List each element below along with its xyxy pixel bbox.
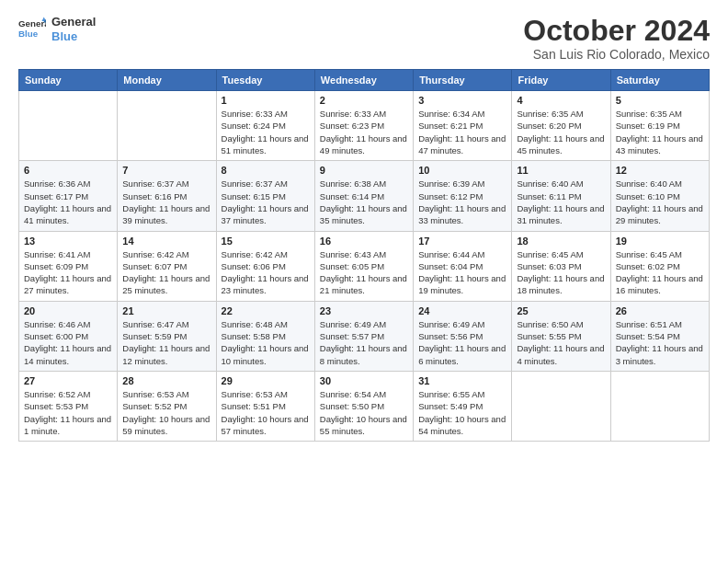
- day-info: Sunrise: 6:34 AM Sunset: 6:21 PM Dayligh…: [418, 108, 506, 156]
- day-info: Sunrise: 6:45 AM Sunset: 6:02 PM Dayligh…: [616, 248, 704, 297]
- day-info: Sunrise: 6:37 AM Sunset: 6:15 PM Dayligh…: [222, 178, 310, 226]
- day-info: Sunrise: 6:39 AM Sunset: 6:12 PM Dayligh…: [418, 178, 506, 226]
- day-info: Sunrise: 6:43 AM Sunset: 6:05 PM Dayligh…: [320, 248, 408, 297]
- day-info: Sunrise: 6:50 AM Sunset: 5:55 PM Dayligh…: [517, 318, 605, 367]
- day-number: 8: [222, 165, 310, 176]
- day-number: 9: [320, 165, 408, 176]
- weekday-thursday: Thursday: [414, 70, 512, 91]
- day-info: Sunrise: 6:54 AM Sunset: 5:50 PM Dayligh…: [320, 388, 408, 437]
- day-number: 19: [616, 236, 704, 247]
- day-cell-9: 9Sunrise: 6:38 AM Sunset: 6:14 PM Daylig…: [314, 161, 413, 231]
- empty-cell: [118, 91, 216, 161]
- day-info: Sunrise: 6:37 AM Sunset: 6:16 PM Dayligh…: [122, 178, 210, 226]
- day-number: 14: [122, 236, 210, 247]
- day-cell-4: 4Sunrise: 6:35 AM Sunset: 6:20 PM Daylig…: [512, 91, 610, 161]
- day-info: Sunrise: 6:38 AM Sunset: 6:14 PM Dayligh…: [320, 178, 408, 226]
- day-cell-16: 16Sunrise: 6:43 AM Sunset: 6:05 PM Dayli…: [314, 231, 413, 301]
- day-number: 27: [24, 375, 112, 386]
- day-info: Sunrise: 6:49 AM Sunset: 5:56 PM Dayligh…: [418, 318, 506, 367]
- day-cell-5: 5Sunrise: 6:35 AM Sunset: 6:19 PM Daylig…: [610, 91, 709, 161]
- weekday-sunday: Sunday: [19, 70, 118, 91]
- day-cell-2: 2Sunrise: 6:33 AM Sunset: 6:23 PM Daylig…: [314, 91, 413, 161]
- calendar-table: SundayMondayTuesdayWednesdayThursdayFrid…: [18, 69, 710, 442]
- day-cell-10: 10Sunrise: 6:39 AM Sunset: 6:12 PM Dayli…: [414, 161, 512, 231]
- day-number: 16: [320, 236, 408, 247]
- day-cell-12: 12Sunrise: 6:40 AM Sunset: 6:10 PM Dayli…: [610, 161, 709, 231]
- day-cell-20: 20Sunrise: 6:46 AM Sunset: 6:00 PM Dayli…: [19, 301, 118, 371]
- day-cell-30: 30Sunrise: 6:54 AM Sunset: 5:50 PM Dayli…: [314, 371, 413, 441]
- day-number: 18: [517, 236, 605, 247]
- day-number: 23: [320, 305, 408, 316]
- day-number: 10: [418, 165, 506, 176]
- day-number: 25: [517, 305, 605, 316]
- logo-text-general: General: [51, 15, 96, 29]
- day-info: Sunrise: 6:53 AM Sunset: 5:51 PM Dayligh…: [222, 388, 310, 437]
- weekday-saturday: Saturday: [610, 70, 709, 91]
- logo-text-blue: Blue: [51, 29, 96, 44]
- day-info: Sunrise: 6:48 AM Sunset: 5:58 PM Dayligh…: [222, 318, 310, 367]
- weekday-friday: Friday: [512, 70, 610, 91]
- day-number: 12: [616, 165, 704, 176]
- day-info: Sunrise: 6:46 AM Sunset: 6:00 PM Dayligh…: [24, 318, 112, 367]
- day-number: 7: [122, 165, 210, 176]
- day-number: 6: [24, 165, 112, 176]
- day-cell-22: 22Sunrise: 6:48 AM Sunset: 5:58 PM Dayli…: [216, 301, 314, 371]
- day-number: 5: [616, 95, 704, 106]
- day-number: 3: [418, 95, 506, 106]
- day-cell-21: 21Sunrise: 6:47 AM Sunset: 5:59 PM Dayli…: [118, 301, 216, 371]
- page: General Blue General Blue October 2024 S…: [0, 0, 728, 563]
- day-cell-17: 17Sunrise: 6:44 AM Sunset: 6:04 PM Dayli…: [414, 231, 512, 301]
- header: General Blue General Blue October 2024 S…: [18, 15, 710, 62]
- day-cell-26: 26Sunrise: 6:51 AM Sunset: 5:54 PM Dayli…: [610, 301, 709, 371]
- day-number: 28: [122, 375, 210, 386]
- day-number: 30: [320, 375, 408, 386]
- day-number: 24: [418, 305, 506, 316]
- month-title: October 2024: [523, 15, 710, 47]
- week-row-4: 20Sunrise: 6:46 AM Sunset: 6:00 PM Dayli…: [19, 301, 710, 371]
- day-cell-15: 15Sunrise: 6:42 AM Sunset: 6:06 PM Dayli…: [216, 231, 314, 301]
- day-cell-29: 29Sunrise: 6:53 AM Sunset: 5:51 PM Dayli…: [216, 371, 314, 441]
- week-row-3: 13Sunrise: 6:41 AM Sunset: 6:09 PM Dayli…: [19, 231, 710, 301]
- day-info: Sunrise: 6:49 AM Sunset: 5:57 PM Dayligh…: [320, 318, 408, 367]
- day-number: 20: [24, 305, 112, 316]
- empty-cell: [512, 371, 610, 441]
- svg-text:Blue: Blue: [18, 28, 39, 38]
- day-number: 4: [517, 95, 605, 106]
- empty-cell: [610, 371, 709, 441]
- day-info: Sunrise: 6:45 AM Sunset: 6:03 PM Dayligh…: [517, 248, 605, 297]
- day-cell-8: 8Sunrise: 6:37 AM Sunset: 6:15 PM Daylig…: [216, 161, 314, 231]
- day-info: Sunrise: 6:41 AM Sunset: 6:09 PM Dayligh…: [24, 248, 112, 297]
- day-number: 2: [320, 95, 408, 106]
- day-info: Sunrise: 6:40 AM Sunset: 6:11 PM Dayligh…: [517, 178, 605, 226]
- day-info: Sunrise: 6:35 AM Sunset: 6:19 PM Dayligh…: [616, 108, 704, 156]
- day-cell-1: 1Sunrise: 6:33 AM Sunset: 6:24 PM Daylig…: [216, 91, 314, 161]
- weekday-tuesday: Tuesday: [216, 70, 314, 91]
- day-info: Sunrise: 6:47 AM Sunset: 5:59 PM Dayligh…: [122, 318, 210, 367]
- day-cell-18: 18Sunrise: 6:45 AM Sunset: 6:03 PM Dayli…: [512, 231, 610, 301]
- day-cell-6: 6Sunrise: 6:36 AM Sunset: 6:17 PM Daylig…: [19, 161, 118, 231]
- day-info: Sunrise: 6:51 AM Sunset: 5:54 PM Dayligh…: [616, 318, 704, 367]
- day-cell-13: 13Sunrise: 6:41 AM Sunset: 6:09 PM Dayli…: [19, 231, 118, 301]
- day-cell-14: 14Sunrise: 6:42 AM Sunset: 6:07 PM Dayli…: [118, 231, 216, 301]
- title-block: October 2024 San Luis Rio Colorado, Mexi…: [523, 15, 710, 62]
- day-number: 17: [418, 236, 506, 247]
- day-number: 26: [616, 305, 704, 316]
- logo-icon: General Blue: [18, 16, 46, 43]
- day-number: 22: [222, 305, 310, 316]
- day-number: 15: [222, 236, 310, 247]
- day-info: Sunrise: 6:35 AM Sunset: 6:20 PM Dayligh…: [517, 108, 605, 156]
- svg-text:General: General: [18, 18, 46, 29]
- day-cell-7: 7Sunrise: 6:37 AM Sunset: 6:16 PM Daylig…: [118, 161, 216, 231]
- week-row-5: 27Sunrise: 6:52 AM Sunset: 5:53 PM Dayli…: [19, 371, 710, 441]
- day-cell-31: 31Sunrise: 6:55 AM Sunset: 5:49 PM Dayli…: [414, 371, 512, 441]
- day-info: Sunrise: 6:53 AM Sunset: 5:52 PM Dayligh…: [122, 388, 210, 437]
- day-info: Sunrise: 6:42 AM Sunset: 6:07 PM Dayligh…: [122, 248, 210, 297]
- day-info: Sunrise: 6:33 AM Sunset: 6:24 PM Dayligh…: [222, 108, 310, 156]
- week-row-1: 1Sunrise: 6:33 AM Sunset: 6:24 PM Daylig…: [19, 91, 710, 161]
- day-cell-24: 24Sunrise: 6:49 AM Sunset: 5:56 PM Dayli…: [414, 301, 512, 371]
- day-info: Sunrise: 6:42 AM Sunset: 6:06 PM Dayligh…: [222, 248, 310, 297]
- day-cell-27: 27Sunrise: 6:52 AM Sunset: 5:53 PM Dayli…: [19, 371, 118, 441]
- logo: General Blue General Blue: [18, 15, 96, 43]
- day-info: Sunrise: 6:36 AM Sunset: 6:17 PM Dayligh…: [24, 178, 112, 226]
- day-number: 29: [222, 375, 310, 386]
